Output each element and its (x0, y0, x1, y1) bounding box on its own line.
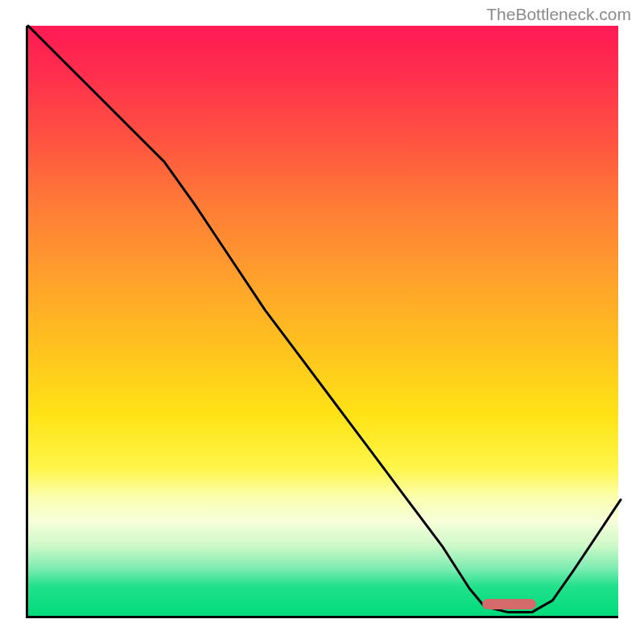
chart-canvas: TheBottleneck.com (0, 0, 644, 644)
curve-path (28, 26, 621, 613)
line-curve (28, 26, 621, 618)
optimal-marker (482, 599, 537, 609)
plot-area (26, 26, 618, 618)
watermark-text: TheBottleneck.com (486, 5, 631, 24)
